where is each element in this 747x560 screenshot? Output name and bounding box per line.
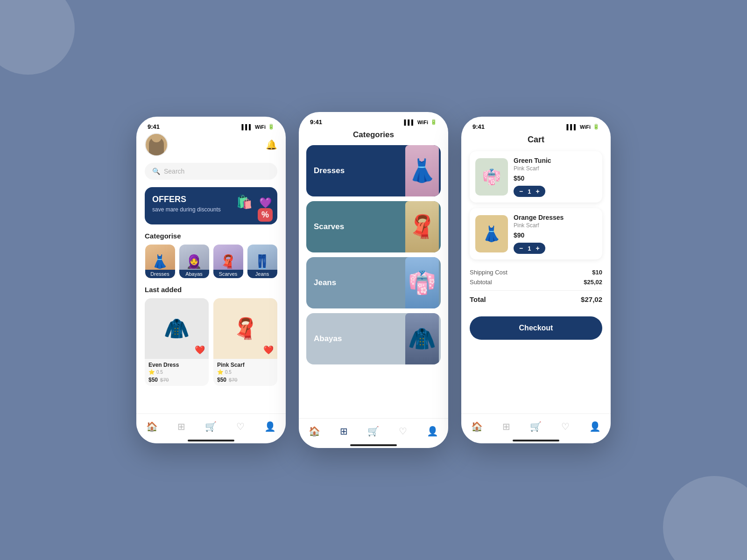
qty-control-1: − 1 + [514,243,545,254]
heart-btn-0[interactable]: ❤️ [195,345,205,355]
cat-card-jeans[interactable]: Jeans 👘 [306,257,441,308]
cat-figure-scarves: 🧣 [403,201,441,252]
bg-decoration-tl [0,0,75,75]
avatar[interactable] [145,133,168,156]
cat-card-label-jeans: Jeans [314,278,336,287]
status-icons-right: ▌▌▌ WiFi 🔋 [566,124,599,130]
product-info-1: Pink Scarf ⭐ 0.5 $50 $70 [213,359,277,386]
product-info-0: Even Dress ⭐ 0.5 $50 $70 [145,359,209,386]
total-value: $27,02 [581,295,602,303]
phones-container: 9:41 ▌▌▌ WiFi 🔋 🔔 🔍 Search OF [136,112,611,448]
cart-item-0: 👘 Green Tunic Pink Scarf $50 − 1 + [470,151,602,203]
search-bar[interactable]: 🔍 Search [145,163,277,180]
product-name-1: Pink Scarf [217,362,274,368]
cart-item-img-0: 👘 [475,158,508,196]
cat-figure-jeans: 👘 [403,257,441,308]
product-card-1[interactable]: 🧣 ❤️ Pink Scarf ⭐ 0.5 $50 $70 [213,298,277,386]
heart-btn-1[interactable]: ❤️ [263,345,274,355]
nav-cart-icon-r[interactable]: 🛒 [530,421,542,432]
qty-control-0: − 1 + [514,186,545,197]
nav-cart-icon-c[interactable]: 🛒 [367,426,379,437]
checkout-button[interactable]: Checkout [470,316,602,340]
status-icons-left: ▌▌▌ WiFi 🔋 [241,124,275,130]
bg-decoration-br [663,476,747,560]
cat-item-dresses[interactable]: 👗 Dresses [145,245,175,278]
nav-person-icon-c[interactable]: 👤 [427,426,438,437]
nav-home-icon[interactable]: 🏠 [146,421,158,432]
status-icons-center: ▌▌▌ WiFi 🔋 [404,119,437,125]
price-row-0: $50 $70 [148,377,205,383]
cat-card-scarves[interactable]: Scarves 🧣 [306,201,441,252]
shipping-row: Shipping Cost $10 [470,269,602,276]
last-added-grid: 🧥 ❤️ Even Dress ⭐ 0.5 $50 $70 [145,298,277,386]
nav-grid-icon-r[interactable]: ⊞ [502,421,510,432]
percent-badge: % [258,208,273,222]
qty-val-1: 1 [528,245,531,252]
product-img-1: 🧣 ❤️ [213,298,277,359]
price-old-1: $70 [229,377,237,383]
qty-plus-1[interactable]: + [536,245,539,252]
cat-figure-dresses: 👗 [403,145,441,196]
cart-item-img-1: 👗 [475,215,508,252]
rating-row-1: ⭐ 0.5 [217,369,274,375]
cart-item-sub-1: Pink Scarf [514,222,597,229]
cat-item-jeans[interactable]: 👖 Jeans [247,245,277,278]
nav-heart-icon-r[interactable]: ♡ [561,421,570,432]
cat-figure-abayas: 🧥 [403,313,441,364]
categories-content: Categories Dresses 👗 Scarves 🧣 Jeans 👘 [299,128,448,364]
phone-categories: 9:41 ▌▌▌ WiFi 🔋 Categories Dresses 👗 Sca… [299,112,448,448]
cart-item-info-1: Orange Dresses Pink Scarf $90 − 1 + [514,214,597,254]
cat-card-label-abayas: Abayas [314,334,342,343]
cat-card-label-scarves: Scarves [314,222,344,231]
cat-card-label-dresses: Dresses [314,166,345,175]
cart-item-info-0: Green Tunic Pink Scarf $50 − 1 + [514,157,597,197]
time-left: 9:41 [148,123,160,130]
cat-item-abayas[interactable]: 🧕 Abayas [179,245,209,278]
bottom-nav-center: 🏠 ⊞ 🛒 ♡ 👤 [299,418,448,448]
battery-icon: 🔋 [268,124,275,130]
home-indicator-r [513,440,559,441]
cart-item-price-1: $90 [514,231,597,239]
last-added-title: Last added [145,286,277,294]
qty-val-0: 1 [528,188,531,195]
product-card-0[interactable]: 🧥 ❤️ Even Dress ⭐ 0.5 $50 $70 [145,298,209,386]
phone-cart: 9:41 ▌▌▌ WiFi 🔋 Cart 👘 Green Tunic Pink … [461,117,611,443]
nav-home-icon-c[interactable]: 🏠 [309,426,320,437]
qty-plus-0[interactable]: + [536,188,539,195]
cat-card-abayas[interactable]: Abayas 🧥 [306,313,441,364]
price-current-1: $50 [217,377,226,383]
shipping-value: $10 [592,269,602,276]
rating-count-1: 0.5 [225,370,232,375]
rating-row-0: ⭐ 0.5 [148,369,205,375]
time-center: 9:41 [310,119,322,126]
nav-cart-icon[interactable]: 🛒 [205,421,217,432]
search-icon: 🔍 [152,168,160,175]
nav-person-icon-r[interactable]: 👤 [589,421,601,432]
wifi-icon: WiFi [255,124,266,130]
categorise-title: Categorise [145,232,277,240]
qty-minus-1[interactable]: − [519,245,523,252]
nav-heart-icon-c[interactable]: ♡ [399,426,407,437]
qty-minus-0[interactable]: − [519,188,523,195]
summary-divider [470,290,602,291]
nav-home-icon-r[interactable]: 🏠 [471,421,483,432]
cat-label-scarves: Scarves [213,270,243,278]
phone-home: 9:41 ▌▌▌ WiFi 🔋 🔔 🔍 Search OF [136,117,286,443]
notification-icon[interactable]: 🔔 [266,139,277,150]
cart-item-name-1: Orange Dresses [514,214,597,221]
cat-card-dresses[interactable]: Dresses 👗 [306,145,441,196]
nav-grid-icon-c[interactable]: ⊞ [340,426,348,437]
product-name-0: Even Dress [148,362,205,368]
total-label: Total [470,295,486,303]
subtotal-row: Subtotal $25,02 [470,279,602,286]
rating-count-0: 0.5 [156,370,163,375]
bottom-nav-left: 🏠 ⊞ 🛒 ♡ 👤 [136,413,286,443]
star-icon-0: ⭐ [148,369,155,375]
nav-person-icon[interactable]: 👤 [264,421,276,432]
nav-grid-icon[interactable]: ⊞ [177,421,185,432]
cat-label-abayas: Abayas [179,270,209,278]
offers-banner[interactable]: OFFERS save mare during discounts 🛍️ 💜 % [145,187,277,224]
cat-item-scarves[interactable]: 🧣 Scarves [213,245,243,278]
nav-heart-icon[interactable]: ♡ [236,421,245,432]
bottom-nav-right: 🏠 ⊞ 🛒 ♡ 👤 [461,413,611,443]
